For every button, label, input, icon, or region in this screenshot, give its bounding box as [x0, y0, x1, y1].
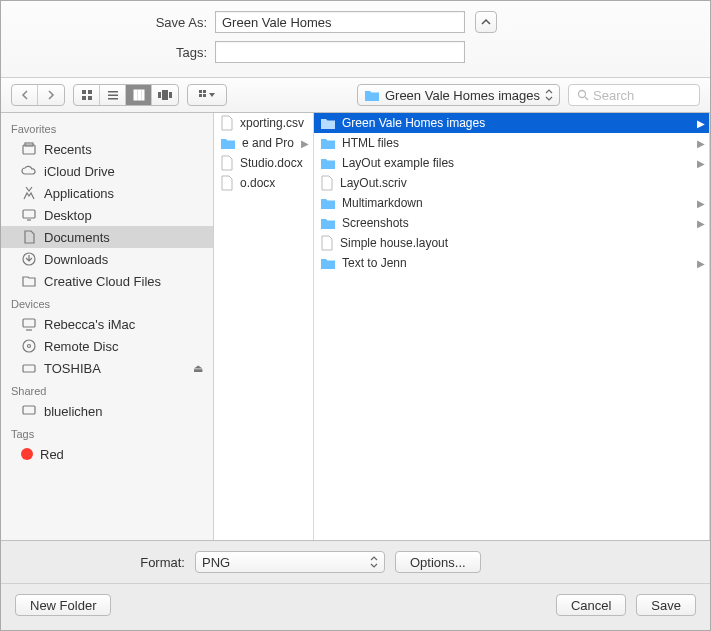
file-row[interactable]: Studio.docx — [214, 153, 313, 173]
view-columns-button[interactable] — [126, 85, 152, 105]
file-name: e and Pro — [242, 136, 295, 150]
file-row[interactable]: o.docx — [214, 173, 313, 193]
file-row[interactable]: HTML files▶ — [314, 133, 709, 153]
view-icons-button[interactable] — [74, 85, 100, 105]
sidebar-header-devices: Devices — [1, 292, 213, 313]
view-options-dropdown[interactable] — [187, 84, 227, 106]
svg-rect-20 — [23, 210, 35, 218]
search-input[interactable]: Search — [568, 84, 700, 106]
file-row[interactable]: Multimarkdown▶ — [314, 193, 709, 213]
sidebar-item-remote-disc[interactable]: Remote Disc — [1, 335, 213, 357]
chevron-left-icon — [21, 90, 29, 100]
column-1[interactable]: xporting.csve and Pro▶Studio.docxo.docx — [214, 113, 314, 540]
svg-rect-22 — [23, 319, 35, 327]
format-bar: Format: PNG Options... — [1, 541, 710, 584]
chevron-right-icon: ▶ — [301, 138, 309, 149]
search-placeholder: Search — [593, 88, 634, 103]
column-2[interactable]: Green Vale Homes images▶HTML files▶LayOu… — [314, 113, 710, 540]
sidebar-item-applications[interactable]: Applications — [1, 182, 213, 204]
format-select[interactable]: PNG — [195, 551, 385, 573]
view-list-button[interactable] — [100, 85, 126, 105]
eject-icon[interactable]: ⏏ — [193, 362, 203, 375]
cloud-icon — [21, 163, 37, 179]
svg-rect-25 — [23, 365, 35, 372]
file-name: o.docx — [240, 176, 309, 190]
sidebar-item-desktop[interactable]: Desktop — [1, 204, 213, 226]
grid-icon — [81, 89, 93, 101]
options-button[interactable]: Options... — [395, 551, 481, 573]
documents-icon — [21, 229, 37, 245]
path-dropdown-label: Green Vale Homes images — [385, 88, 540, 103]
view-coverflow-button[interactable] — [152, 85, 178, 105]
folder-icon — [364, 89, 380, 102]
chevron-right-icon: ▶ — [697, 118, 705, 129]
save-button[interactable]: Save — [636, 594, 696, 616]
tags-input[interactable] — [215, 41, 465, 63]
file-name: Simple house.layout — [340, 236, 705, 250]
svg-rect-14 — [203, 90, 206, 93]
new-folder-button[interactable]: New Folder — [15, 594, 111, 616]
file-name: Multimarkdown — [342, 196, 691, 210]
sidebar-header-shared: Shared — [1, 379, 213, 400]
file-row[interactable]: e and Pro▶ — [214, 133, 313, 153]
file-row[interactable]: Text to Jenn▶ — [314, 253, 709, 273]
sidebar-item-creative-cloud[interactable]: Creative Cloud Files — [1, 270, 213, 292]
nav-forward-button[interactable] — [38, 85, 64, 105]
grid-options-icon — [198, 89, 216, 101]
sidebar-item-toshiba[interactable]: TOSHIBA⏏ — [1, 357, 213, 379]
svg-rect-11 — [162, 90, 168, 100]
recents-icon — [21, 141, 37, 157]
file-row[interactable]: LayOut example files▶ — [314, 153, 709, 173]
nav-toolbar: Green Vale Homes images Search — [1, 77, 710, 113]
file-row[interactable]: Green Vale Homes images▶ — [314, 113, 709, 133]
svg-rect-6 — [108, 98, 118, 100]
saveas-label: Save As: — [15, 15, 215, 30]
svg-rect-0 — [82, 90, 86, 94]
bottom-bar: New Folder Cancel Save — [1, 584, 710, 630]
chevron-right-icon: ▶ — [697, 138, 705, 149]
columns-icon — [133, 89, 145, 101]
format-label: Format: — [15, 555, 185, 570]
file-name: Green Vale Homes images — [342, 116, 691, 130]
network-computer-icon — [21, 403, 37, 419]
svg-rect-3 — [88, 96, 92, 100]
sidebar-item-icloud[interactable]: iCloud Drive — [1, 160, 213, 182]
file-row[interactable]: Simple house.layout — [314, 233, 709, 253]
path-dropdown[interactable]: Green Vale Homes images — [357, 84, 560, 106]
nav-back-button[interactable] — [12, 85, 38, 105]
nav-back-forward — [11, 84, 65, 106]
file-name: HTML files — [342, 136, 691, 150]
sidebar-item-imac[interactable]: Rebecca's iMac — [1, 313, 213, 335]
svg-rect-5 — [108, 95, 118, 97]
collapse-toggle-button[interactable] — [475, 11, 497, 33]
chevron-right-icon: ▶ — [697, 158, 705, 169]
view-mode-group — [73, 84, 179, 106]
svg-rect-13 — [199, 90, 202, 93]
file-name: Studio.docx — [240, 156, 309, 170]
svg-rect-8 — [138, 90, 141, 100]
sidebar-item-documents[interactable]: Documents — [1, 226, 213, 248]
saveas-input[interactable] — [215, 11, 465, 33]
updown-icon — [370, 556, 378, 568]
file-row[interactable]: Screenshots▶ — [314, 213, 709, 233]
svg-point-24 — [28, 345, 31, 348]
search-icon — [577, 89, 589, 101]
cancel-button[interactable]: Cancel — [556, 594, 626, 616]
downloads-icon — [21, 251, 37, 267]
sidebar-item-downloads[interactable]: Downloads — [1, 248, 213, 270]
folder-outline-icon — [21, 273, 37, 289]
tag-dot-icon — [21, 448, 33, 460]
file-name: Screenshots — [342, 216, 691, 230]
svg-rect-2 — [82, 96, 86, 100]
file-browser: Favorites Recents iCloud Drive Applicati… — [1, 113, 710, 541]
sidebar-item-bluelichen[interactable]: bluelichen — [1, 400, 213, 422]
sidebar-header-favorites: Favorites — [1, 117, 213, 138]
svg-point-23 — [23, 340, 35, 352]
sidebar-header-tags: Tags — [1, 422, 213, 443]
file-row[interactable]: LayOut.scriv — [314, 173, 709, 193]
save-dialog: Save As: Tags: Green Vale Home — [0, 0, 711, 631]
file-name: LayOut.scriv — [340, 176, 705, 190]
file-row[interactable]: xporting.csv — [214, 113, 313, 133]
sidebar-item-recents[interactable]: Recents — [1, 138, 213, 160]
sidebar-item-tag-red[interactable]: Red — [1, 443, 213, 465]
